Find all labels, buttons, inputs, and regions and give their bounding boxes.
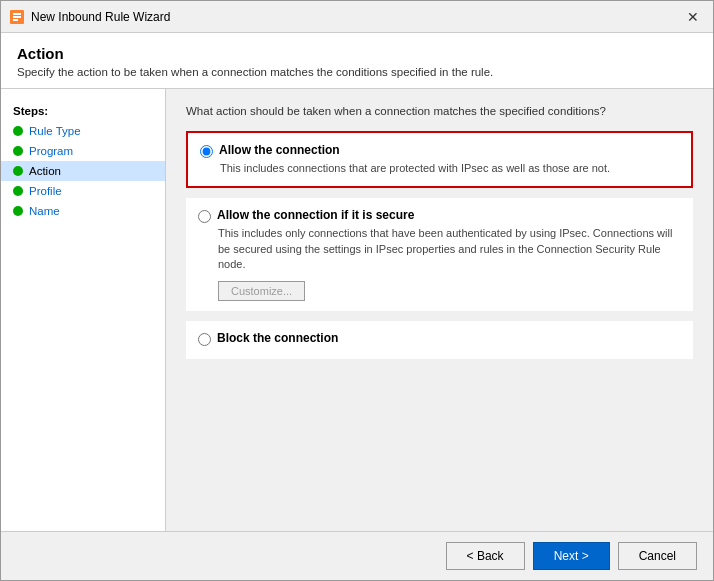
back-button[interactable]: < Back <box>446 542 525 570</box>
option-allow-label[interactable]: Allow the connection <box>219 143 340 157</box>
window-title: New Inbound Rule Wizard <box>31 10 681 24</box>
option-allow-secure-row: Allow the connection if it is secure <box>198 208 681 223</box>
option-allow-row: Allow the connection <box>200 143 679 158</box>
customize-button[interactable]: Customize... <box>218 281 305 301</box>
cancel-button[interactable]: Cancel <box>618 542 697 570</box>
svg-rect-3 <box>13 19 18 21</box>
sidebar-item-program[interactable]: Program <box>1 141 165 161</box>
content-area: Steps: Rule Type Program Action Profile … <box>1 89 713 531</box>
sidebar-item-label-action: Action <box>29 165 61 177</box>
footer: < Back Next > Cancel <box>1 531 713 580</box>
option-allow-secure-container: Allow the connection if it is secure Thi… <box>186 198 693 310</box>
main-panel: What action should be taken when a conne… <box>166 89 713 531</box>
close-button[interactable]: ✕ <box>681 5 705 29</box>
page-title: Action <box>17 45 697 62</box>
step-dot-profile <box>13 186 23 196</box>
sidebar-item-profile[interactable]: Profile <box>1 181 165 201</box>
sidebar-item-label-profile: Profile <box>29 185 62 197</box>
step-dot-program <box>13 146 23 156</box>
steps-label: Steps: <box>1 101 165 121</box>
step-dot-rule-type <box>13 126 23 136</box>
sidebar-item-label-program: Program <box>29 145 73 157</box>
option-allow-radio[interactable] <box>200 145 213 158</box>
wizard-window: New Inbound Rule Wizard ✕ Action Specify… <box>0 0 714 581</box>
option-block-row: Block the connection <box>198 331 681 346</box>
page-description: Specify the action to be taken when a co… <box>17 66 697 78</box>
page-header: Action Specify the action to be taken wh… <box>1 33 713 89</box>
step-dot-name <box>13 206 23 216</box>
titlebar: New Inbound Rule Wizard ✕ <box>1 1 713 33</box>
sidebar-item-name[interactable]: Name <box>1 201 165 221</box>
option-allow-desc: This includes connections that are prote… <box>220 161 679 176</box>
sidebar-item-label-rule-type: Rule Type <box>29 125 81 137</box>
sidebar: Steps: Rule Type Program Action Profile … <box>1 89 166 531</box>
wizard-icon <box>9 9 25 25</box>
sidebar-item-action[interactable]: Action <box>1 161 165 181</box>
sidebar-item-label-name: Name <box>29 205 60 217</box>
svg-rect-2 <box>13 16 21 18</box>
option-block-label[interactable]: Block the connection <box>217 331 338 345</box>
svg-rect-1 <box>13 13 21 15</box>
sidebar-item-rule-type[interactable]: Rule Type <box>1 121 165 141</box>
option-block-container: Block the connection <box>186 321 693 359</box>
next-button[interactable]: Next > <box>533 542 610 570</box>
question-text: What action should be taken when a conne… <box>186 105 693 117</box>
option-block-radio[interactable] <box>198 333 211 346</box>
option-allow-container: Allow the connection This includes conne… <box>186 131 693 188</box>
option-allow-secure-label[interactable]: Allow the connection if it is secure <box>217 208 414 222</box>
option-allow-secure-radio[interactable] <box>198 210 211 223</box>
step-dot-action <box>13 166 23 176</box>
option-allow-secure-desc: This includes only connections that have… <box>218 226 681 272</box>
